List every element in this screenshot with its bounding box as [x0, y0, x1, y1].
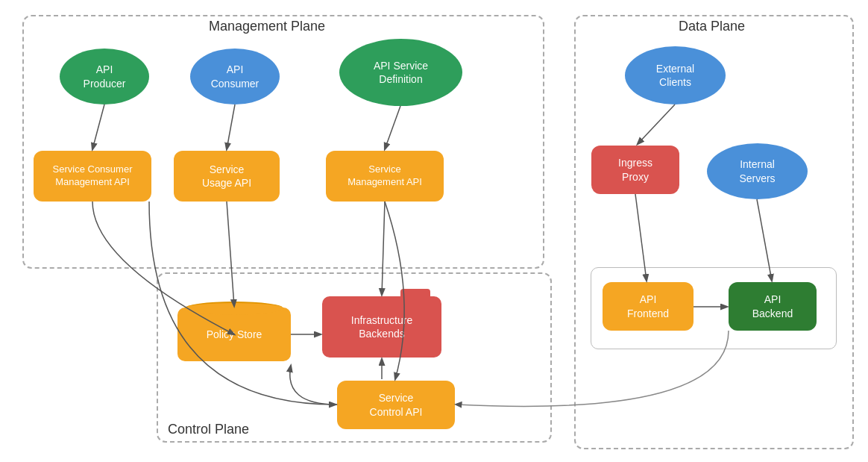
- management-plane-label: Management Plane: [209, 19, 325, 34]
- external-clients-node: ExternalClients: [625, 46, 726, 104]
- service-mgmt-api-node: ServiceManagement API: [326, 151, 444, 202]
- infra-backends-node: InfrastructureBackends: [322, 296, 441, 358]
- architecture-diagram: Management Plane Data Plane Control Plan…: [0, 0, 868, 462]
- service-usage-api-node: ServiceUsage API: [174, 151, 280, 202]
- service-consumer-mgmt-node: Service ConsumerManagement API: [34, 151, 151, 202]
- ingress-proxy-node: IngressProxy: [591, 146, 679, 194]
- control-plane-label: Control Plane: [168, 422, 249, 437]
- api-frontend-node: APIFrontend: [603, 282, 694, 331]
- api-producer-node: APIProducer: [60, 49, 149, 104]
- policy-store-node: Policy Store: [177, 308, 291, 361]
- api-consumer-node: APIConsumer: [190, 49, 280, 104]
- api-service-def-node: API ServiceDefinition: [339, 39, 462, 106]
- data-plane-label: Data Plane: [679, 19, 745, 34]
- internal-servers-node: InternalServers: [707, 143, 808, 199]
- service-control-api-node: ServiceControl API: [337, 381, 455, 429]
- api-backend-node: APIBackend: [729, 282, 817, 331]
